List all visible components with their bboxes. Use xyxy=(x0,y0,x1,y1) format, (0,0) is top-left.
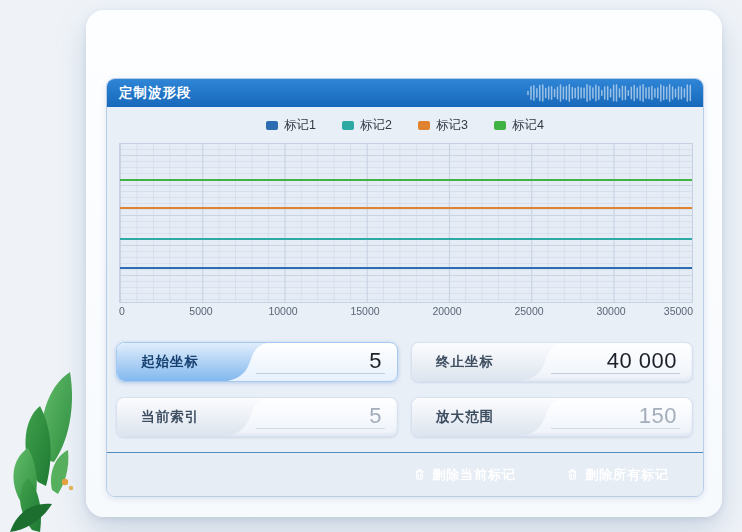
marker-line-3 xyxy=(120,207,692,209)
x-tick: 5000 xyxy=(189,305,212,317)
panel-footer: 删除当前标记 删除所有标记 xyxy=(107,452,703,496)
legend-label: 标记1 xyxy=(284,117,316,134)
field-underline xyxy=(551,373,680,374)
panel-title: 定制波形段 xyxy=(107,84,192,102)
legend-item-marker3[interactable]: 标记3 xyxy=(418,117,468,134)
x-axis: 0 5000 10000 15000 20000 25000 30000 350… xyxy=(119,305,693,320)
x-tick: 20000 xyxy=(432,305,461,317)
delete-all-markers-label: 删除所有标记 xyxy=(585,466,669,484)
legend-swatch-marker3 xyxy=(418,121,430,130)
legend-label: 标记2 xyxy=(360,117,392,134)
current-index-field[interactable]: 当前索引 5 xyxy=(116,397,398,437)
x-tick: 25000 xyxy=(514,305,543,317)
trash-icon xyxy=(566,468,579,481)
zoom-range-label: 放大范围 xyxy=(436,408,494,426)
current-index-label: 当前索引 xyxy=(141,408,199,426)
x-tick: 0 xyxy=(119,305,125,317)
panel-header: 定制波形段 xyxy=(107,79,703,107)
chart-legend: 标记1 标记2 标记3 标记4 xyxy=(107,116,703,134)
end-coordinate-field[interactable]: 终止坐标 40 000 xyxy=(411,342,693,382)
start-coordinate-label: 起始坐标 xyxy=(141,353,199,371)
x-tick: 35000 xyxy=(664,305,693,317)
start-coordinate-field[interactable]: 起始坐标 5 xyxy=(116,342,398,382)
legend-swatch-marker4 xyxy=(494,121,506,130)
field-grid: 起始坐标 5 终止坐标 40 000 xyxy=(116,342,693,437)
delete-current-marker-label: 删除当前标记 xyxy=(432,466,516,484)
legend-swatch-marker2 xyxy=(342,121,354,130)
x-tick: 15000 xyxy=(350,305,379,317)
legend-item-marker1[interactable]: 标记1 xyxy=(266,117,316,134)
marker-line-4 xyxy=(120,179,692,181)
waveform-panel: 定制波形段 标记1 标记2 标记3 xyxy=(106,78,704,497)
header-waveform-icon xyxy=(525,79,695,107)
legend-label: 标记4 xyxy=(512,117,544,134)
end-coordinate-label: 终止坐标 xyxy=(436,353,494,371)
delete-current-marker-button[interactable]: 删除当前标记 xyxy=(396,459,533,490)
field-underline xyxy=(256,428,385,429)
field-underline xyxy=(551,428,680,429)
legend-item-marker4[interactable]: 标记4 xyxy=(494,117,544,134)
legend-label: 标记3 xyxy=(436,117,468,134)
zoom-range-field[interactable]: 放大范围 150 xyxy=(411,397,693,437)
legend-item-marker2[interactable]: 标记2 xyxy=(342,117,392,134)
marker-line-1 xyxy=(120,267,692,269)
field-underline xyxy=(256,373,385,374)
x-tick: 10000 xyxy=(268,305,297,317)
trash-icon xyxy=(413,468,426,481)
legend-swatch-marker1 xyxy=(266,121,278,130)
plant-flower xyxy=(62,479,68,485)
delete-all-markers-button[interactable]: 删除所有标记 xyxy=(549,459,686,490)
page-background: 定制波形段 标记1 标记2 标记3 xyxy=(0,0,742,532)
waveform-chart[interactable] xyxy=(119,143,693,303)
main-card: 定制波形段 标记1 标记2 标记3 xyxy=(86,10,722,517)
marker-line-2 xyxy=(120,238,692,240)
x-tick: 30000 xyxy=(596,305,625,317)
